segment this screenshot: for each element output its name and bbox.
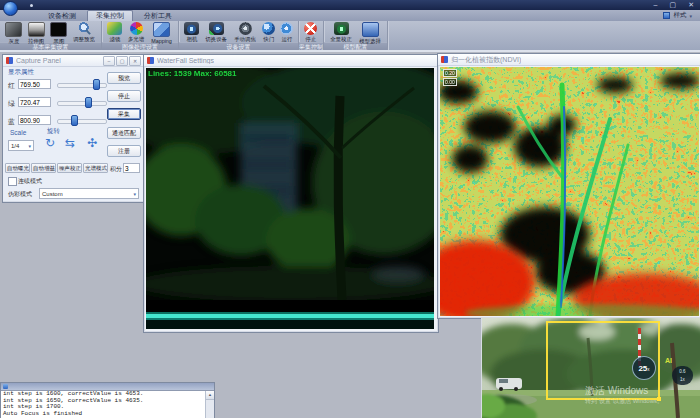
waterfall-titlebar[interactable]: WaterFall Settings [144, 55, 438, 67]
log-line: Auto Focus is finished [1, 411, 214, 418]
log-icon [3, 384, 8, 389]
ribbon-group-capture: 停止 采集控制 [299, 21, 324, 50]
log-output[interactable]: int step is 1600, correctValue is 4653. … [1, 390, 214, 418]
ribbon-tabs: 设备检测 采集控制 分析工具 [40, 10, 180, 21]
ndvi-window: 归一化植被指数(NDVI) 0.20 0.00 [437, 53, 700, 319]
register-button[interactable]: 注册 [107, 145, 141, 157]
red-wavelength-input[interactable] [18, 79, 51, 89]
tool-shutter[interactable]: 快门 [261, 22, 276, 45]
tool-multispectral[interactable]: 多光谱 [126, 22, 146, 45]
stop-icon [304, 22, 317, 35]
ribbon-group-device: 相机 切换设备 手动调焦 快门 运行 设备设 [179, 21, 299, 50]
scale-dropdown[interactable]: 1/4 ▾ [8, 140, 34, 151]
flip-horizontal-icon[interactable]: ⇆ [65, 136, 75, 150]
green-slider[interactable] [57, 101, 107, 106]
spectral-mode-button[interactable]: 光谱模式 [83, 163, 108, 173]
ndvi-false-color-image [440, 67, 699, 316]
filter-icon [107, 22, 122, 35]
tool-stretch-image[interactable]: 拉伸图 [26, 22, 46, 47]
dark-preview-image [146, 68, 434, 329]
tool-stop[interactable]: 停止 [303, 22, 318, 45]
auto-gain-button[interactable]: 自动增益 [31, 163, 56, 173]
tool-mapping[interactable]: Mapping [149, 22, 174, 44]
red-slider[interactable] [57, 83, 107, 88]
section-display-properties: 显示属性 [8, 68, 34, 77]
tab-capture-control[interactable]: 采集控制 [87, 10, 133, 21]
blue-slider[interactable] [57, 119, 107, 124]
channel-match-button[interactable]: 通道匹配 [107, 127, 141, 139]
shutter-icon [262, 22, 275, 35]
tool-manual-focus[interactable]: 手动调焦 [232, 22, 258, 45]
red-slider-thumb[interactable] [93, 79, 100, 90]
zoom-options-pill[interactable]: 0.6 1x [672, 366, 693, 385]
log-scrollbar[interactable]: ▲ [205, 391, 214, 418]
blue-slider-thumb[interactable] [71, 115, 78, 126]
rotate-right-icon[interactable]: ✣ [87, 136, 97, 150]
zoom-preview-icon [77, 22, 92, 35]
scroll-up-icon[interactable]: ▲ [206, 391, 214, 400]
tool-run[interactable]: 运行 [279, 22, 294, 45]
grayscale-icon [5, 22, 22, 37]
dark-frame-icon [50, 22, 67, 37]
ribbon-group-basic: 灰度 拉伸图 黑图 调整预览 基本采集设置 [0, 21, 102, 50]
style-menu-label: 样式 [673, 11, 686, 20]
maximize-button[interactable]: ▢ [670, 0, 677, 10]
chevron-down-icon: ▾ [133, 191, 136, 197]
waterfall-viewport[interactable]: Lines: 1539 Max: 60581 [146, 68, 434, 329]
ribbon-group-model: 全景校正 模型选择 模型配置 [324, 21, 388, 50]
green-slider-thumb[interactable] [85, 97, 92, 108]
camera-icon [184, 22, 199, 35]
integral-input[interactable] [123, 163, 140, 173]
ribbon-group-image-processing: 滤镜 多光谱 Mapping 图像处理设置 [102, 21, 179, 50]
capture-button[interactable]: 采集 [107, 108, 141, 120]
preview-button[interactable]: 预览 [107, 72, 141, 84]
waterfall-window: WaterFall Settings Lines: 1539 Max: 6058… [143, 54, 439, 333]
log-titlebar[interactable] [1, 383, 214, 390]
panel-close-button[interactable]: ✕ [129, 56, 141, 66]
ndvi-scale-low: 0.00 [443, 78, 457, 86]
app-logo-icon [3, 1, 18, 16]
blue-wavelength-input[interactable] [18, 115, 51, 125]
green-wavelength-input[interactable] [18, 97, 51, 107]
stop-button[interactable]: 停止 [107, 90, 141, 102]
ribbon: 灰度 拉伸图 黑图 调整预览 基本采集设置 [0, 21, 700, 50]
panel-maximize-button[interactable]: ▢ [116, 56, 128, 66]
ndvi-titlebar[interactable]: 归一化植被指数(NDVI) [438, 54, 700, 66]
chevron-down-icon: ▾ [689, 13, 692, 19]
stretch-image-icon [28, 22, 45, 37]
tool-model-select[interactable]: 模型选择 [357, 22, 383, 47]
tab-device-check[interactable]: 设备检测 [40, 10, 84, 21]
zoom-level-badge[interactable]: 25 x [632, 356, 656, 380]
style-icon [663, 12, 670, 19]
style-menu[interactable]: 样式 ▾ [663, 10, 692, 21]
manual-focus-icon [239, 22, 252, 35]
app-icon [6, 57, 13, 64]
tool-pano-correct[interactable]: 全景校正 [328, 22, 354, 45]
app-window: – ▢ ✕ 设备检测 采集控制 分析工具 样式 ▾ 灰度 [0, 0, 700, 418]
app-icon [441, 56, 448, 63]
pseudocolor-mode-dropdown[interactable]: Custom ▾ [39, 188, 139, 199]
auto-exposure-button[interactable]: 自动曝光 [5, 163, 30, 173]
continuous-mode-label: 连续模式 [18, 177, 42, 186]
tool-zoom-preview[interactable]: 调整预览 [71, 22, 97, 45]
multispectral-icon [130, 22, 143, 35]
tab-analysis-tools[interactable]: 分析工具 [136, 10, 180, 21]
noise-correct-button[interactable]: 噪声校正 [57, 163, 82, 173]
ribbon-divider [0, 50, 700, 52]
continuous-mode-checkbox[interactable] [8, 177, 17, 186]
camera-live-view[interactable]: 25 x AI 0.6 1x 激活 Windows 转到“设置”以激活 Wind… [481, 317, 700, 418]
ndvi-scale-high: 0.20 [443, 69, 457, 77]
ndvi-viewport[interactable]: 0.20 0.00 [440, 67, 699, 316]
window-controls: – ▢ ✕ [654, 0, 694, 10]
rotate-left-icon[interactable]: ↻ [45, 136, 55, 150]
model-select-icon [362, 22, 379, 37]
window-title-strip: – ▢ ✕ [0, 0, 700, 10]
log-window: int step is 1600, correctValue is 4653. … [0, 382, 215, 418]
capture-panel-titlebar[interactable]: Capture Panel – ▢ ✕ [3, 55, 144, 67]
tool-switch-device[interactable]: 切换设备 [203, 22, 229, 45]
panel-minimize-button[interactable]: – [103, 56, 115, 66]
close-button[interactable]: ✕ [688, 0, 694, 10]
minimize-button[interactable]: – [654, 0, 658, 10]
pano-correct-icon [334, 22, 349, 35]
lines-max-overlay: Lines: 1539 Max: 60581 [148, 69, 237, 78]
